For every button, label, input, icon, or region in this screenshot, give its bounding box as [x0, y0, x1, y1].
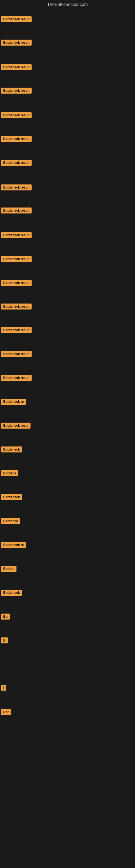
bottleneck-badge[interactable]: |	[1, 685, 6, 691]
bottleneck-badge[interactable]: Bottleneck result	[1, 160, 32, 166]
bottleneck-badge[interactable]: Bottleneck result	[1, 112, 32, 118]
bottleneck-badge[interactable]: Bottleneck	[1, 446, 22, 453]
bottleneck-badge[interactable]: Bottleneck result	[1, 208, 32, 214]
list-item: Bottlene	[1, 470, 18, 477]
bottleneck-badge[interactable]: Bottleneck result	[1, 40, 32, 45]
bottleneck-badge[interactable]: Bottleneck result	[1, 256, 32, 262]
list-item: Bottleneck result	[1, 232, 32, 239]
list-item: Bottleneck re	[1, 399, 26, 406]
list-item: Bottleneck result	[1, 375, 32, 382]
list-item: Bottleneck	[1, 446, 22, 454]
list-item: Bo	[1, 614, 10, 621]
list-item: Bottleneck result	[1, 208, 32, 215]
bottleneck-badge[interactable]: Bottleneck result	[1, 64, 32, 70]
list-item: Bottleneck result	[1, 40, 32, 46]
bottleneck-badge[interactable]: Bottleneck result	[1, 184, 32, 190]
list-item: Bottleneck result	[1, 280, 32, 287]
bottleneck-badge[interactable]: Bottleneck result	[1, 304, 32, 310]
list-item: Bottleneck result	[1, 136, 32, 143]
bottleneck-badge[interactable]: Bo	[1, 614, 10, 620]
list-item: Bottleneck re	[1, 542, 26, 549]
bottleneck-badge[interactable]: Bottlen	[1, 566, 16, 572]
bottleneck-badge[interactable]: Bottlene	[1, 470, 18, 476]
bottleneck-badge[interactable]: Bottleneck result	[1, 16, 32, 22]
bottleneck-badge[interactable]: Bottleneck result	[1, 375, 32, 381]
bottleneck-badge[interactable]: Bottleneck result	[1, 280, 32, 286]
bottleneck-badge[interactable]: Bottleneck	[1, 590, 22, 596]
bottleneck-badge[interactable]: Bottleneck re	[1, 399, 26, 405]
bottleneck-badge[interactable]: Bottleneck result	[1, 351, 32, 357]
list-item: Bottleneck	[1, 590, 22, 597]
bottleneck-badge[interactable]: Bot	[1, 709, 11, 715]
bottleneck-badge[interactable]: Bottleneck re	[1, 542, 26, 548]
bottleneck-badge[interactable]: Bottlenec	[1, 518, 20, 524]
bottleneck-badge[interactable]: B	[1, 638, 8, 643]
bottleneck-badge[interactable]: Bottleneck result	[1, 327, 32, 333]
list-item: Bottleneck result	[1, 64, 32, 71]
list-item: Bottleneck resul	[1, 423, 31, 430]
bottleneck-badge[interactable]: Bottleneck result	[1, 232, 32, 238]
list-item: Bottleneck result	[1, 304, 32, 311]
list-item: Bottlen	[1, 566, 16, 573]
list-item: Bottleneck result	[1, 88, 32, 95]
list-item: Bottleneck	[1, 494, 22, 501]
items-container: Bottleneck resultBottleneck resultBottle…	[0, 9, 135, 868]
list-item: Bottleneck result	[1, 160, 32, 167]
list-item: Bottleneck result	[1, 184, 32, 191]
list-item: Bottleneck result	[1, 351, 32, 358]
bottleneck-badge[interactable]: Bottleneck resul	[1, 423, 31, 429]
list-item: Bot	[1, 709, 11, 716]
list-item: Bottleneck result	[1, 16, 32, 23]
list-item: |	[1, 685, 6, 692]
bottleneck-badge[interactable]: Bottleneck	[1, 494, 22, 500]
site-title: TheBottlenecker.com	[0, 0, 135, 9]
list-item: B	[1, 638, 8, 645]
list-item: Bottleneck result	[1, 256, 32, 263]
site-title-text: TheBottlenecker.com	[47, 2, 88, 7]
list-item: Bottleneck result	[1, 112, 32, 119]
list-item: Bottlenec	[1, 518, 20, 525]
bottleneck-badge[interactable]: Bottleneck result	[1, 88, 32, 94]
bottleneck-badge[interactable]: Bottleneck result	[1, 136, 32, 142]
list-item: Bottleneck result	[1, 327, 32, 334]
